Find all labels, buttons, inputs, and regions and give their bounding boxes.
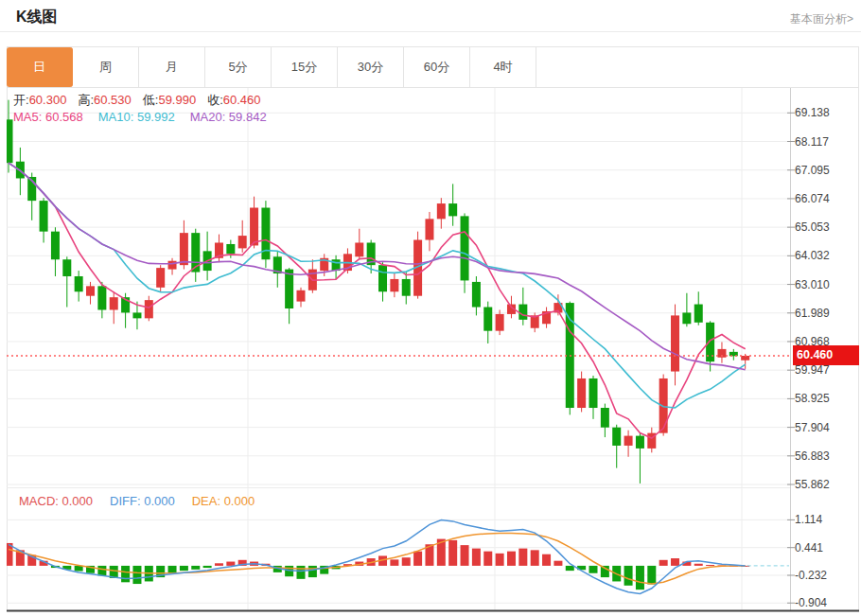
price-axis-label: 58.925	[795, 392, 853, 405]
macd-axis-label: -0.904	[795, 596, 853, 609]
diff-line	[9, 520, 746, 594]
price-axis-label: 67.095	[795, 164, 853, 177]
price-axis-label: 57.904	[795, 421, 853, 434]
ohlc-value: 59.990	[158, 93, 196, 107]
ma10-line	[9, 163, 746, 408]
price-axis-label: 56.883	[795, 449, 853, 463]
ohlc-label: 开:	[13, 93, 29, 107]
kline-page: K线图 基本面分析> 日周月5分15分30分60分4时 开:60.300高:60…	[0, 0, 861, 616]
price-axis-label: 64.032	[795, 249, 853, 262]
ohlc-value: 60.300	[29, 93, 67, 107]
page-title: K线图	[16, 8, 58, 27]
price-axis-label: 66.074	[795, 192, 853, 205]
tab-30min[interactable]: 30分	[338, 47, 404, 87]
price-axis-label: 61.989	[795, 307, 853, 320]
macd-legend-item: DEA: 0.000	[192, 494, 255, 508]
macd-legend-item: DIFF: 0.000	[110, 494, 175, 508]
ma20-line	[9, 163, 746, 370]
ohlc-value: 60.530	[94, 93, 132, 107]
tab-5min[interactable]: 5分	[205, 47, 272, 87]
tab-15min[interactable]: 15分	[272, 47, 338, 87]
macd-legend: MACD: 0.000DIFF: 0.000DEA: 0.000	[19, 494, 272, 508]
price-axis-label: 63.010	[795, 278, 853, 291]
macd-axis-label: -0.232	[795, 569, 853, 582]
ma5-line	[9, 163, 746, 438]
ohlc-label: 收:	[207, 93, 223, 107]
candlesticks	[5, 100, 750, 484]
tab-60min[interactable]: 60分	[404, 47, 470, 87]
period-tab-bar: 日周月5分15分30分60分4时	[7, 47, 536, 87]
tab-month[interactable]: 月	[139, 47, 205, 87]
macd-legend-item: MACD: 0.000	[19, 494, 93, 508]
fundamental-analysis-link[interactable]: 基本面分析>	[790, 11, 853, 27]
tab-week[interactable]: 周	[73, 47, 139, 87]
price-axis-label: 55.862	[795, 478, 853, 491]
macd-axis-label: 0.441	[795, 541, 853, 554]
ma-legend-item: MA5: 60.568	[13, 110, 83, 124]
ma-legend-item: MA10: 59.992	[98, 110, 175, 124]
price-axis-label: 68.117	[795, 135, 853, 149]
price-axis-label: 69.138	[795, 106, 853, 119]
ohlc-legend: 开:60.300高:60.530低:59.990收:60.460	[13, 92, 272, 109]
macd-axis-label: 1.114	[795, 513, 853, 526]
current-price-badge: 60.460	[793, 345, 859, 365]
ma-legend-item: MA20: 59.842	[190, 110, 267, 124]
tab-4hour[interactable]: 4时	[470, 47, 536, 87]
tab-day[interactable]: 日	[7, 47, 73, 87]
ma-legend: MA5: 60.568MA10: 59.992MA20: 59.842	[13, 110, 282, 124]
price-axis-label: 65.053	[795, 220, 853, 234]
ohlc-value: 60.460	[223, 93, 261, 107]
ohlc-label: 低:	[143, 93, 159, 107]
ohlc-label: 高:	[78, 93, 94, 107]
dea-line	[9, 534, 746, 585]
